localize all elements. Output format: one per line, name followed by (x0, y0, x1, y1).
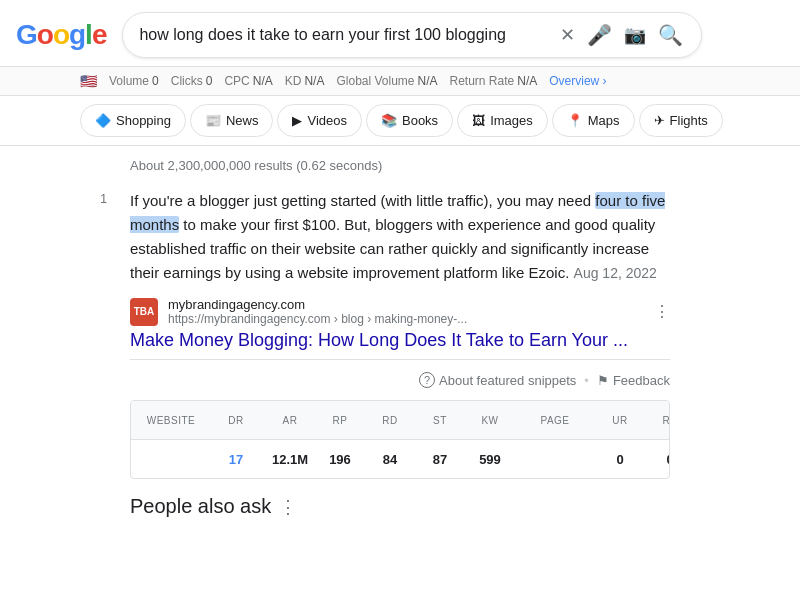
rp2-header: RP (645, 411, 670, 430)
microphone-button[interactable]: 🎤 (585, 21, 614, 49)
kw-label: KW (481, 415, 498, 426)
st-header: ST (415, 411, 465, 430)
maps-icon: 📍 (567, 113, 583, 128)
st-label: ST (433, 415, 447, 426)
dr-header: DR (211, 411, 261, 430)
ur-value: 0 (616, 452, 623, 467)
flights-icon: ✈ (654, 113, 665, 128)
rp-value-col: 196 (315, 448, 365, 471)
kw-value: 599 (479, 452, 501, 467)
shopping-icon: 🔷 (95, 113, 111, 128)
cpc-value: N/A (253, 74, 273, 88)
metrics-header-row: WEBSITE DR AR RP RD ST KW PAGE UR RP RD … (131, 401, 669, 440)
tab-videos-label: Videos (307, 113, 347, 128)
global-volume-label: Global Volume (336, 74, 414, 88)
rp-header: RP (315, 411, 365, 430)
volume-metric: Volume 0 (109, 74, 159, 88)
result-number: 1 (100, 191, 107, 206)
source-favicon: TBA (130, 298, 158, 326)
metrics-table: WEBSITE DR AR RP RD ST KW PAGE UR RP RD … (130, 400, 670, 479)
page-val-spacer (515, 455, 595, 463)
tab-maps[interactable]: 📍 Maps (552, 104, 635, 137)
global-volume-value: N/A (418, 74, 438, 88)
books-icon: 📚 (381, 113, 397, 128)
rp-value: 196 (329, 452, 351, 467)
return-rate-metric: Return Rate N/A (450, 74, 538, 88)
ur-header: UR (595, 411, 645, 430)
logo-o2: o (53, 19, 69, 50)
results-info: About 2,300,000,000 results (0.62 second… (0, 146, 800, 181)
kw-value-col: 599 (465, 448, 515, 471)
search-icons: ✕ 🎤 📷 🔍 (558, 21, 685, 49)
return-rate-label: Return Rate (450, 74, 515, 88)
ur-label: UR (612, 415, 627, 426)
ar-label: AR (283, 415, 298, 426)
cpc-metric: CPC N/A (224, 74, 272, 88)
global-volume-metric: Global Volume N/A (336, 74, 437, 88)
st-value: 87 (433, 452, 447, 467)
people-also-ask-title: People also ask (130, 495, 271, 518)
seo-bar: 🇺🇸 Volume 0 Clicks 0 CPC N/A KD N/A Glob… (0, 67, 800, 96)
dot-separator: • (584, 373, 589, 388)
feedback-icon: ⚑ (597, 373, 609, 388)
rd-label: RD (382, 415, 397, 426)
page-label: PAGE (540, 415, 569, 426)
about-bar: ? About featured snippets • ⚑ Feedback (0, 368, 800, 392)
kd-label: KD (285, 74, 302, 88)
tab-maps-label: Maps (588, 113, 620, 128)
tab-shopping[interactable]: 🔷 Shopping (80, 104, 186, 137)
nav-tabs: 🔷 Shopping 📰 News ▶ Videos 📚 Books 🖼 Ima… (0, 96, 800, 146)
dr-value: 17 (229, 452, 243, 467)
kd-metric: KD N/A (285, 74, 325, 88)
news-icon: 📰 (205, 113, 221, 128)
tab-images[interactable]: 🖼 Images (457, 104, 548, 137)
volume-value: 0 (152, 74, 159, 88)
logo-g: G (16, 19, 37, 50)
kw-header: KW (465, 411, 515, 430)
rp2-value-col: 0 (645, 448, 670, 471)
cpc-label: CPC (224, 74, 249, 88)
overview-link[interactable]: Overview › (549, 74, 606, 88)
logo-g2: g (69, 19, 85, 50)
about-featured-snippets-link[interactable]: ? About featured snippets (419, 372, 576, 388)
source-row: TBA mybrandingagency.com https://mybrand… (130, 297, 670, 326)
return-rate-value: N/A (517, 74, 537, 88)
rd-value: 84 (383, 452, 397, 467)
snippet-text-before: If you're a blogger just getting started… (130, 192, 595, 209)
tab-flights[interactable]: ✈ Flights (639, 104, 723, 137)
featured-snippet: 1 If you're a blogger just getting start… (130, 189, 670, 285)
snippet-divider (130, 359, 670, 360)
tab-books[interactable]: 📚 Books (366, 104, 453, 137)
tab-flights-label: Flights (670, 113, 708, 128)
search-submit-button[interactable]: 🔍 (656, 21, 685, 49)
ar-header: AR (265, 411, 315, 430)
snippet-text: If you're a blogger just getting started… (130, 189, 670, 285)
ur-value-col: 0 (595, 448, 645, 471)
tab-shopping-label: Shopping (116, 113, 171, 128)
camera-button[interactable]: 📷 (622, 22, 648, 48)
page-label-col: PAGE (515, 411, 595, 430)
source-menu-icon[interactable]: ⋮ (654, 302, 670, 321)
metrics-values-row: 17 12.1M 196 84 87 599 0 0 0 0 16 (131, 440, 669, 478)
tab-news[interactable]: 📰 News (190, 104, 274, 137)
tab-videos[interactable]: ▶ Videos (277, 104, 362, 137)
source-url: https://mybrandingagency.com › blog › ma… (168, 312, 644, 326)
result-link[interactable]: Make Money Blogging: How Long Does It Ta… (130, 330, 670, 351)
feedback-link[interactable]: ⚑ Feedback (597, 373, 670, 388)
images-icon: 🖼 (472, 113, 485, 128)
clear-button[interactable]: ✕ (558, 22, 577, 48)
people-also-ask-menu-icon[interactable]: ⋮ (279, 496, 297, 518)
rp2-value: 0 (666, 452, 670, 467)
source-domain: mybrandingagency.com (168, 297, 644, 312)
dr-label: DR (228, 415, 243, 426)
help-icon: ? (419, 372, 435, 388)
logo-o1: o (37, 19, 53, 50)
search-bar: ✕ 🎤 📷 🔍 (122, 12, 702, 58)
dr-value-col: 17 (211, 448, 261, 471)
results-count: About 2,300,000,000 results (0.62 second… (130, 158, 382, 173)
search-input[interactable] (139, 26, 550, 44)
logo-e: e (92, 19, 107, 50)
snippet-date: Aug 12, 2022 (574, 265, 657, 281)
about-snippets-text: About featured snippets (439, 373, 576, 388)
volume-label: Volume (109, 74, 149, 88)
